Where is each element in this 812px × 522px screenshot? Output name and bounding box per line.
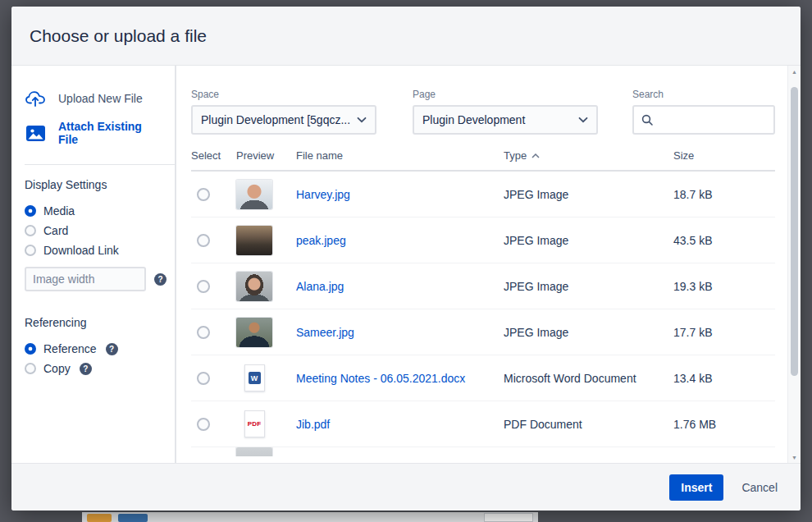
file-type: JPEG Image — [504, 234, 673, 247]
file-name-link[interactable]: Jib.pdf — [296, 418, 330, 431]
background-box — [484, 513, 533, 522]
radio-card-label: Card — [43, 224, 68, 237]
file-size: 18.7 kB — [673, 188, 775, 201]
referencing-option-reference[interactable]: Reference ? — [25, 339, 163, 359]
file-name-link[interactable]: Alana.jpg — [296, 280, 344, 293]
row-select-radio[interactable] — [197, 372, 210, 385]
photo-preview-thumbnail[interactable] — [236, 272, 272, 301]
table-row: peak.jpeg JPEG Image 43.5 kB — [191, 218, 775, 263]
file-size: 17.7 kB — [673, 326, 775, 339]
row-select-radio[interactable] — [197, 234, 210, 247]
file-name-link[interactable]: peak.jpeg — [296, 234, 346, 247]
scroll-up-arrow-icon[interactable]: ▲ — [788, 66, 801, 77]
display-settings-heading: Display Settings — [25, 178, 163, 191]
file-type: JPEG Image — [504, 188, 673, 201]
radio-copy-label: Copy — [43, 362, 71, 375]
cancel-link[interactable]: Cancel — [741, 481, 778, 494]
pdf-document-icon[interactable]: PDF — [236, 410, 272, 439]
search-icon — [641, 113, 654, 126]
page-select[interactable]: Plugin Development — [413, 105, 598, 135]
space-label: Space — [191, 89, 376, 100]
header-select: Select — [191, 149, 236, 162]
document-page-icon: PDF — [244, 410, 265, 437]
file-size: 13.4 kB — [673, 372, 775, 385]
table-row: Harvey.jpg JPEG Image 18.7 kB — [191, 172, 775, 218]
header-preview: Preview — [236, 149, 296, 162]
copy-help-icon[interactable]: ? — [80, 363, 92, 375]
table-row: W Meeting Notes - 06.05.2021.docx Micros… — [191, 355, 775, 401]
partial-table-row — [191, 447, 775, 456]
file-type: Microsoft Word Document — [504, 372, 673, 385]
sidebar: Upload New File Attach Existing File Dis… — [11, 66, 176, 463]
file-type: PDF Document — [504, 418, 673, 431]
radio-reference[interactable] — [25, 343, 36, 355]
sidebar-item-upload-new-file[interactable]: Upload New File — [25, 87, 163, 110]
radio-media-label: Media — [43, 204, 75, 218]
filter-bar: Space Plugin Development [5gqcz... Page … — [191, 89, 787, 135]
upload-cloud-icon — [25, 89, 46, 108]
radio-copy[interactable] — [25, 363, 36, 374]
file-table: Select Preview File name Type Size — [191, 143, 775, 456]
file-browser-panel: Space Plugin Development [5gqcz... Page … — [176, 66, 801, 463]
table-header-row: Select Preview File name Type Size — [191, 143, 775, 172]
sidebar-item-attach-existing-file[interactable]: Attach Existing File — [25, 121, 163, 144]
radio-download-link-label: Download Link — [43, 244, 119, 257]
header-size: Size — [673, 149, 775, 162]
background-blue-block — [118, 514, 148, 522]
row-select-radio[interactable] — [197, 280, 210, 293]
header-file-name: File name — [296, 149, 504, 162]
insert-button[interactable]: Insert — [669, 474, 723, 501]
choose-upload-file-dialog: Choose or upload a file Upload New File — [11, 7, 801, 511]
page-select-value: Plugin Development — [422, 113, 525, 126]
radio-download-link[interactable] — [25, 245, 36, 256]
image-icon — [25, 126, 46, 141]
radio-media[interactable] — [25, 205, 36, 217]
page-filter: Page Plugin Development — [413, 89, 598, 135]
space-filter: Space Plugin Development [5gqcz... — [191, 89, 376, 135]
photo-preview-thumbnail[interactable] — [236, 226, 272, 255]
file-size: 1.76 MB — [673, 418, 775, 431]
radio-reference-label: Reference — [43, 342, 97, 355]
table-row: PDF Jib.pdf PDF Document 1.76 MB — [191, 401, 775, 447]
scroll-down-arrow-icon[interactable]: ▼ — [788, 451, 801, 463]
header-type-label: Type — [504, 149, 527, 162]
sidebar-divider — [25, 164, 175, 165]
table-row: Alana.jpg JPEG Image 19.3 kB — [191, 263, 775, 309]
dialog-footer: Insert Cancel — [11, 463, 801, 511]
search-box — [632, 105, 775, 135]
reference-help-icon[interactable]: ? — [106, 343, 118, 355]
search-filter: Search — [632, 89, 775, 135]
file-name-link[interactable]: Harvey.jpg — [296, 188, 350, 201]
sort-ascending-icon — [531, 153, 540, 158]
photo-preview-thumbnail[interactable] — [236, 180, 272, 209]
scrollbar-thumb[interactable] — [791, 87, 798, 376]
word-w-glyph: W — [249, 372, 261, 384]
display-option-card[interactable]: Card — [25, 221, 163, 240]
space-select[interactable]: Plugin Development [5gqcz... — [191, 105, 376, 135]
image-width-help-icon[interactable]: ? — [154, 273, 167, 286]
document-page-icon: W — [244, 364, 265, 392]
row-select-radio[interactable] — [197, 188, 210, 201]
file-name-link[interactable]: Meeting Notes - 06.05.2021.docx — [296, 372, 465, 385]
display-option-media[interactable]: Media — [25, 201, 163, 221]
row-select-radio[interactable] — [197, 326, 210, 339]
image-width-row: ? — [25, 267, 163, 291]
radio-card[interactable] — [25, 225, 36, 236]
page-label: Page — [413, 89, 598, 100]
sidebar-item-label: Upload New File — [58, 92, 143, 105]
table-row: Sameer.jpg JPEG Image 17.7 kB — [191, 309, 775, 355]
search-input[interactable] — [659, 113, 767, 126]
file-type: JPEG Image — [504, 280, 673, 293]
chevron-down-icon — [578, 117, 588, 123]
photo-preview-thumbnail[interactable] — [236, 318, 272, 347]
vertical-scrollbar[interactable]: ▲ ▼ — [787, 66, 801, 463]
row-select-radio[interactable] — [197, 418, 210, 431]
referencing-option-copy[interactable]: Copy ? — [25, 359, 163, 378]
display-option-download-link[interactable]: Download Link — [25, 240, 163, 260]
image-width-input[interactable] — [25, 267, 146, 291]
file-size: 43.5 kB — [673, 234, 775, 247]
file-name-link[interactable]: Sameer.jpg — [296, 326, 354, 339]
header-type-sort[interactable]: Type — [504, 149, 673, 162]
space-select-value: Plugin Development [5gqcz... — [201, 113, 350, 126]
word-document-icon[interactable]: W — [236, 364, 272, 393]
